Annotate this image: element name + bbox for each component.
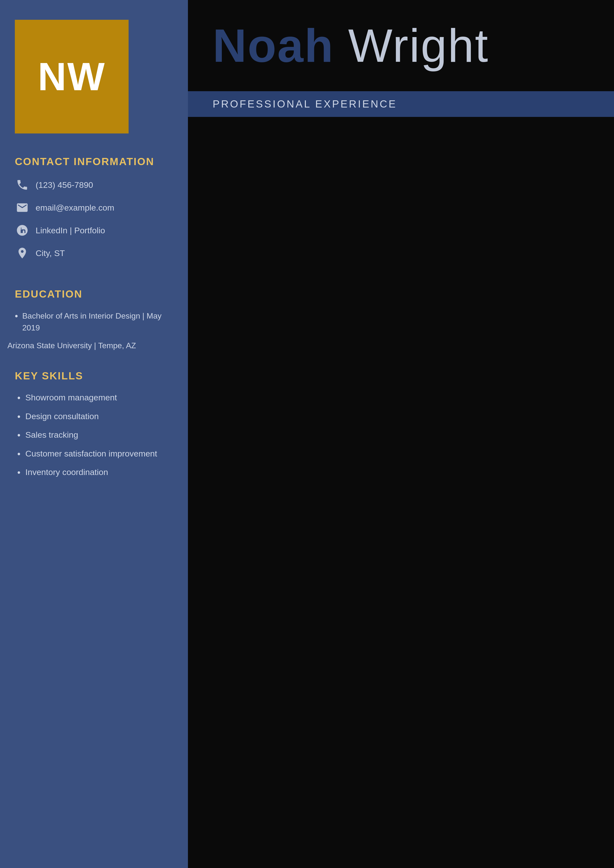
contact-phone-item: (123) 456-7890	[15, 177, 174, 192]
name-header: Noah Wright	[188, 0, 614, 86]
main-content: Noah Wright PROFESSIONAL EXPERIENCE	[188, 0, 614, 868]
skills-section-title: KEY SKILLS	[15, 370, 174, 382]
linkedin-icon	[15, 223, 30, 238]
professional-experience-content	[188, 117, 614, 868]
email-text: email@example.com	[36, 203, 114, 212]
phone-text: (123) 456-7890	[36, 180, 93, 190]
contact-linkedin-item: LinkedIn | Portfolio	[15, 223, 174, 238]
professional-experience-header: PROFESSIONAL EXPERIENCE	[188, 91, 614, 117]
skill-item: • Design consultation	[15, 411, 174, 422]
edu-degree: Bachelor of Arts in Interior Design | Ma…	[22, 310, 174, 334]
location-text: City, ST	[36, 248, 65, 258]
skill-item: • Customer satisfaction improvement	[15, 448, 174, 460]
skill-bullet: •	[17, 393, 20, 403]
avatar: NW	[15, 20, 129, 133]
skill-bullet: •	[17, 430, 20, 440]
education-item: Bachelor of Arts in Interior Design | Ma…	[15, 310, 174, 334]
email-icon	[15, 200, 30, 215]
candidate-last-name-text: Wright	[348, 19, 489, 72]
skill-text-5: Inventory coordination	[25, 467, 108, 478]
skills-section: KEY SKILLS • Showroom management • Desig…	[15, 367, 174, 485]
skill-bullet: •	[17, 412, 20, 422]
candidate-name: Noah Wright	[213, 20, 589, 71]
contact-section: CONTACT INFORMATION (123) 456-7890 email…	[15, 153, 174, 268]
phone-icon	[15, 177, 30, 192]
edu-school: Arizona State University | Tempe, AZ	[8, 339, 174, 350]
education-section: EDUCATION Bachelor of Arts in Interior D…	[15, 286, 174, 350]
location-icon	[15, 246, 30, 260]
contact-location-item: City, ST	[15, 246, 174, 260]
education-section-title: EDUCATION	[15, 288, 174, 300]
skill-text-4: Customer satisfaction improvement	[25, 448, 157, 460]
avatar-initials: NW	[38, 54, 106, 99]
sidebar: NW CONTACT INFORMATION (123) 456-7890 em…	[0, 0, 188, 868]
linkedin-text: LinkedIn | Portfolio	[36, 226, 105, 235]
skill-item: • Showroom management	[15, 392, 174, 404]
skill-bullet: •	[17, 467, 20, 478]
skill-text-3: Sales tracking	[25, 429, 78, 441]
contact-section-title: CONTACT INFORMATION	[15, 156, 174, 167]
skill-item: • Inventory coordination	[15, 467, 174, 478]
skill-text-2: Design consultation	[25, 411, 99, 422]
candidate-first-name: Noah	[213, 19, 334, 72]
skill-item: • Sales tracking	[15, 429, 174, 441]
skill-bullet: •	[17, 449, 20, 459]
skill-text-1: Showroom management	[25, 392, 117, 404]
professional-experience-title: PROFESSIONAL EXPERIENCE	[213, 98, 589, 110]
contact-email-item: email@example.com	[15, 200, 174, 215]
